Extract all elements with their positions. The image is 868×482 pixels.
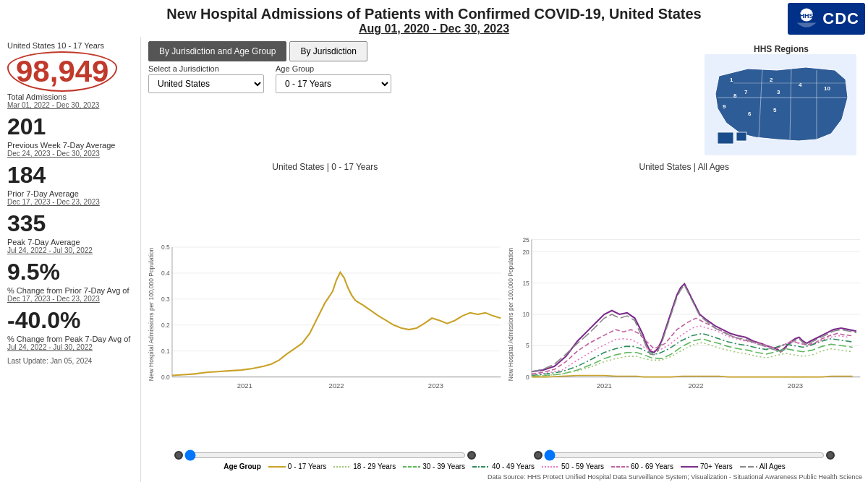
legend-label-40-49: 40 - 49 Years <box>492 462 535 470</box>
svg-text:0.0: 0.0 <box>161 374 170 381</box>
svg-text:8: 8 <box>733 92 737 99</box>
center-right: By Jurisdiction and Age Group By Jurisdi… <box>141 37 868 482</box>
legend-label-all-ages: All Ages <box>760 462 786 470</box>
legend-label-18-29: 18 - 29 Years <box>353 462 396 470</box>
jurisdiction-label: Select a Jurisdiction <box>148 64 264 73</box>
tabs-selects: By Jurisdiction and Age Group By Jurisdi… <box>148 41 391 93</box>
prior-avg: 184 <box>7 162 133 189</box>
left-chart-container: New Hospital Admissions per 100,000 Popu… <box>145 172 505 457</box>
legend-prefix: Age Group <box>224 462 261 470</box>
controls-row: By Jurisdiction and Age Group By Jurisdi… <box>141 37 868 162</box>
total-admissions-date: Mar 01, 2022 - Dec 30, 2023 <box>7 101 133 109</box>
pct-prior-section: 9.5% % Change from Prior 7-Day Avg of De… <box>7 259 133 303</box>
svg-text:2022: 2022 <box>688 382 703 390</box>
age-group-label: Age Group <box>276 64 391 73</box>
svg-text:New Hospital Admissions per 10: New Hospital Admissions per 100,000 Popu… <box>506 248 514 382</box>
svg-text:7: 7 <box>744 89 748 95</box>
svg-text:0.4: 0.4 <box>161 270 170 277</box>
cdc-logo: HHS CDC <box>788 3 865 35</box>
map-title: HHS Regions <box>705 44 858 54</box>
legend-label-30-39: 30 - 39 Years <box>422 462 465 470</box>
pct-peak-label: % Change from Peak 7-Day Avg of <box>7 335 133 343</box>
panel-subtitle: United States 10 - 17 Years <box>7 41 133 50</box>
svg-text:2021: 2021 <box>237 382 252 390</box>
total-admissions-number: 98,949 <box>7 51 117 92</box>
svg-text:2022: 2022 <box>329 382 344 390</box>
svg-text:0.5: 0.5 <box>161 244 170 251</box>
svg-text:2023: 2023 <box>428 382 443 390</box>
prior-avg-section: 184 Prior 7-Day Average Dec 17, 2023 - D… <box>7 162 133 206</box>
pct-change-prior: 9.5% <box>7 259 133 285</box>
hhs-map: 1 2 3 4 5 6 7 8 9 10 <box>705 54 856 155</box>
svg-text:0.2: 0.2 <box>161 322 170 329</box>
right-chart-title: United States | All Ages <box>505 162 864 172</box>
svg-text:20: 20 <box>522 249 529 256</box>
age-group-select-group: Age Group 0 - 17 Years 18 - 29 Years 30 … <box>276 64 391 93</box>
pct-peak-section: -40.0% % Change from Peak 7-Day Avg of J… <box>7 307 133 351</box>
total-admissions-label: Total Admissions <box>7 92 133 101</box>
right-chart-svg: New Hospital Admissions per 100,000 Popu… <box>505 172 864 457</box>
page-wrapper: New Hospital Admissions of Patients with… <box>0 0 868 482</box>
hhs-icon: HHS <box>793 6 820 32</box>
svg-text:10: 10 <box>824 85 830 92</box>
svg-text:9: 9 <box>723 103 726 110</box>
prev-week-avg: 201 <box>7 113 133 140</box>
charts-area: United States | 0 - 17 Years New Hospita… <box>141 162 868 461</box>
prior-avg-label: Prior 7-Day Average <box>7 189 133 198</box>
svg-text:0.1: 0.1 <box>161 348 170 355</box>
svg-text:3: 3 <box>777 89 780 95</box>
svg-rect-18 <box>718 132 733 144</box>
legend-item-all-ages: All Ages <box>740 462 786 470</box>
pct-prior-date: Dec 17, 2023 - Dec 23, 2023 <box>7 295 133 303</box>
prior-avg-date: Dec 17, 2023 - Dec 23, 2023 <box>7 198 133 206</box>
jurisdiction-select-group: Select a Jurisdiction United States Alab… <box>148 64 264 93</box>
left-panel: United States 10 - 17 Years 98,949 Total… <box>0 37 141 482</box>
tab-jurisdiction[interactable]: By Jurisdiction <box>289 41 367 61</box>
tab-group: By Jurisdiction and Age Group By Jurisdi… <box>148 41 391 61</box>
right-chart-container: New Hospital Admissions per 100,000 Popu… <box>505 172 864 457</box>
legend-label-50-59: 50 - 59 Years <box>561 462 604 470</box>
jurisdiction-select[interactable]: United States Alabama Alaska <box>148 74 264 93</box>
svg-text:5: 5 <box>773 107 777 113</box>
legend-label-60-69: 60 - 69 Years <box>631 462 673 470</box>
svg-text:10: 10 <box>522 311 529 318</box>
svg-text:HHS: HHS <box>800 12 814 20</box>
legend-item-50-59: 50 - 59 Years <box>542 462 604 470</box>
pct-change-peak: -40.0% <box>7 307 133 334</box>
svg-text:0.3: 0.3 <box>161 296 170 303</box>
prev-week-section: 201 Previous Week 7-Day Average Dec 24, … <box>7 113 133 158</box>
prev-week-label: Previous Week 7-Day Average <box>7 141 133 150</box>
selects-row: Select a Jurisdiction United States Alab… <box>148 64 391 93</box>
header-date: Aug 01, 2020 - Dec 30, 2023 <box>0 22 868 35</box>
svg-text:0: 0 <box>526 374 529 381</box>
svg-text:6: 6 <box>748 111 752 117</box>
legend-item-30-39: 30 - 39 Years <box>403 462 465 470</box>
svg-text:5: 5 <box>526 342 529 349</box>
svg-text:2: 2 <box>770 77 773 83</box>
legend-item-70plus: 70+ Years <box>681 462 733 470</box>
svg-text:New Hospital Admissions per 10: New Hospital Admissions per 100,000 Popu… <box>148 248 155 382</box>
legend-item-40-49: 40 - 49 Years <box>472 462 535 470</box>
svg-text:25: 25 <box>522 236 529 244</box>
peak-avg-section: 335 Peak 7-Day Average Jul 24, 2022 - Ju… <box>7 210 133 254</box>
svg-text:2023: 2023 <box>787 382 802 390</box>
svg-rect-19 <box>736 132 746 141</box>
svg-text:2021: 2021 <box>596 382 611 390</box>
legend-label-0-17: 0 - 17 Years <box>288 462 326 470</box>
tab-jurisdiction-age[interactable]: By Jurisdiction and Age Group <box>148 41 286 61</box>
legend-label-70plus: 70+ Years <box>700 462 733 470</box>
legend-item-60-69: 60 - 69 Years <box>611 462 673 470</box>
cdc-logo-text: CDC <box>822 9 859 28</box>
svg-text:1: 1 <box>730 77 733 83</box>
peak-avg: 335 <box>7 210 133 237</box>
left-chart-svg: New Hospital Admissions per 100,000 Popu… <box>145 172 505 457</box>
footer-note: Data Source: HHS Protect Unified Hospita… <box>141 472 868 482</box>
age-group-select[interactable]: 0 - 17 Years 18 - 29 Years 30 - 39 Years… <box>276 74 391 93</box>
peak-avg-label: Peak 7-Day Average <box>7 238 133 246</box>
legend-item-18-29: 18 - 29 Years <box>333 462 396 470</box>
last-update: Last Update: Jan 05, 2024 <box>7 357 133 365</box>
header: New Hospital Admissions of Patients with… <box>0 0 868 37</box>
legend-row: Age Group 0 - 17 Years 18 - 29 Years 30 … <box>141 461 868 472</box>
peak-avg-date: Jul 24, 2022 - Jul 30, 2022 <box>7 246 133 254</box>
svg-text:15: 15 <box>522 280 529 287</box>
